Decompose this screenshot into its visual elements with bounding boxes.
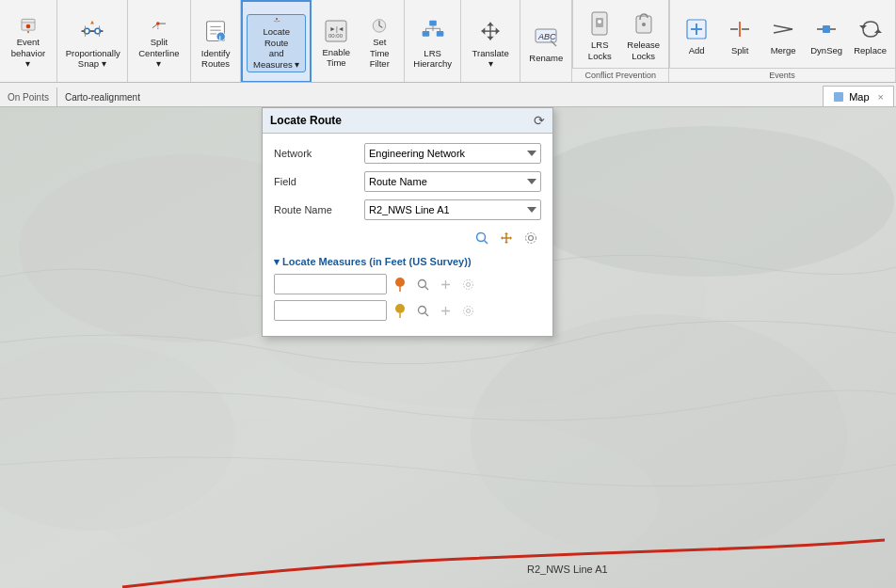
pan-button[interactable]: [496, 228, 517, 248]
svg-line-90: [424, 312, 428, 316]
measure-pan-2[interactable]: [436, 301, 455, 320]
svg-text:00:00: 00:00: [328, 33, 344, 39]
translate-button[interactable]: Translate ▾: [465, 14, 516, 72]
enable-time-icon: ►|◄ 00:00: [323, 18, 349, 44]
lrs-hierarchy-button[interactable]: LRS Hierarchy: [408, 14, 456, 72]
popup-body: Network Engineering Network Field Route …: [263, 134, 552, 336]
split-centerline-button[interactable]: Split Centerline ▾: [132, 14, 186, 72]
event-behavior-icon: [13, 17, 43, 35]
tg-event-behavior: Event behavior ▾: [0, 0, 57, 82]
svg-point-52: [642, 23, 646, 26]
add-button[interactable]: Add: [676, 7, 717, 65]
measure-input-1[interactable]: [274, 274, 387, 294]
dynseg-icon: [813, 16, 840, 42]
settings-button[interactable]: [520, 228, 541, 248]
measure-settings-icon-2: [462, 305, 474, 317]
svg-point-79: [529, 236, 534, 241]
svg-point-91: [466, 309, 470, 312]
event-behavior-button[interactable]: Event behavior ▾: [4, 14, 53, 72]
pin-blue-icon: [394, 303, 406, 318]
route-label-r2: R2_NWS Line A1: [527, 564, 608, 575]
locate-route-measures-button[interactable]: Locate Route and Measures ▾: [247, 14, 306, 72]
svg-point-80: [526, 233, 536, 244]
lrs-locks-button[interactable]: LRS Locks: [579, 7, 620, 65]
replace-icon: [857, 16, 884, 42]
map-area: R2_NWS Line A1 R3_NWS Line A1 Locate Rou…: [0, 107, 896, 588]
proportionally-snap-icon: [77, 17, 107, 45]
tg-time: ►|◄ 00:00 Enable Time Set Time Filter: [312, 0, 405, 82]
add-label: Add: [689, 45, 705, 56]
locate-measures-header[interactable]: ▾ Locate Measures (in Feet (US Survey)): [274, 256, 541, 268]
network-row: Network Engineering Network: [274, 143, 541, 164]
svg-point-92: [463, 306, 472, 315]
svg-line-84: [424, 286, 428, 290]
tg-split-cl: Split Centerline ▾: [128, 0, 191, 82]
release-locks-button[interactable]: Release Locks: [622, 7, 664, 65]
measure-pin-orange-1[interactable]: [391, 275, 409, 294]
svg-point-89: [418, 306, 425, 313]
toolbar: Event behavior ▾ Proportionally Snap ▾: [0, 0, 896, 83]
measure-settings-1[interactable]: [458, 275, 477, 294]
svg-rect-32: [429, 20, 437, 25]
tg-translate: Translate ▾: [461, 0, 520, 82]
map-tab-label: Map: [849, 91, 869, 103]
lrs-hierarchy-label: LRS Hierarchy: [413, 48, 452, 70]
enable-time-button[interactable]: ►|◄ 00:00 Enable Time: [315, 14, 357, 72]
conflict-prevention-label: Conflict Prevention: [572, 68, 668, 82]
field-label: Field: [274, 176, 359, 187]
rename-button[interactable]: ABC Rename: [524, 14, 568, 72]
split-centerline-icon: [144, 17, 174, 35]
dynseg-button[interactable]: DynSeg: [806, 7, 847, 65]
svg-line-59: [774, 25, 792, 29]
proportionally-snap-button[interactable]: Proportionally Snap ▾: [61, 14, 123, 72]
merge-button[interactable]: Merge: [762, 7, 804, 65]
svg-marker-77: [501, 236, 503, 240]
split-button[interactable]: Split: [719, 7, 760, 65]
tg-lrs-hierarchy: LRS Hierarchy: [405, 0, 461, 82]
measure-search-icon-1: [417, 278, 429, 291]
rename-label: Rename: [529, 53, 563, 63]
svg-line-74: [485, 241, 488, 245]
identify-routes-button[interactable]: i Identify Routes: [195, 14, 236, 72]
set-time-filter-button[interactable]: Set Time Filter: [359, 14, 400, 72]
pin-orange-icon: [394, 277, 406, 292]
popup-title: Locate Route: [270, 114, 342, 127]
measure-row-2: [274, 300, 541, 321]
svg-marker-76: [504, 242, 508, 244]
svg-marker-10: [90, 20, 94, 24]
svg-marker-44: [487, 36, 494, 40]
route-name-row: Route Name R2_NWS Line A1: [274, 199, 541, 220]
prop-snap-label: Proportionally Snap ▾: [66, 48, 119, 70]
measure-pan-1[interactable]: [436, 275, 455, 294]
route-name-select[interactable]: R2_NWS Line A1: [364, 199, 541, 220]
popup-panel: Locate Route ⟳ Network Engineering Netwo…: [262, 107, 553, 337]
measure-pin-blue-2[interactable]: [391, 301, 409, 320]
svg-marker-25: [279, 21, 280, 22]
svg-text:ABC: ABC: [537, 32, 556, 41]
measure-search-1[interactable]: [413, 275, 432, 294]
measure-row-1: [274, 274, 541, 294]
svg-rect-34: [436, 31, 443, 37]
network-label: Network: [274, 148, 359, 159]
field-select[interactable]: Route Name: [364, 171, 541, 192]
search-map-button[interactable]: [472, 228, 492, 248]
svg-point-2: [26, 24, 31, 28]
map-tab[interactable]: Map ×: [823, 86, 894, 106]
measure-input-2[interactable]: [274, 300, 387, 321]
svg-rect-33: [422, 31, 429, 37]
replace-button[interactable]: Replace: [849, 7, 891, 65]
measure-search-2[interactable]: [413, 301, 432, 320]
translate-icon: [475, 17, 505, 45]
map-tab-close[interactable]: ×: [878, 91, 884, 103]
identify-routes-label: Identify Routes: [201, 48, 231, 70]
popup-refresh-button[interactable]: ⟳: [534, 113, 545, 128]
identify-routes-icon: i: [200, 17, 231, 45]
svg-marker-75: [504, 232, 508, 234]
tg-events: Add Split Merge: [669, 0, 896, 82]
merge-label: Merge: [771, 45, 796, 56]
network-select[interactable]: Engineering Network: [364, 143, 541, 164]
split-label: Split: [731, 45, 748, 56]
measure-settings-2[interactable]: [458, 301, 477, 320]
svg-point-22: [276, 21, 278, 23]
lrs-hierarchy-icon: [418, 17, 448, 45]
